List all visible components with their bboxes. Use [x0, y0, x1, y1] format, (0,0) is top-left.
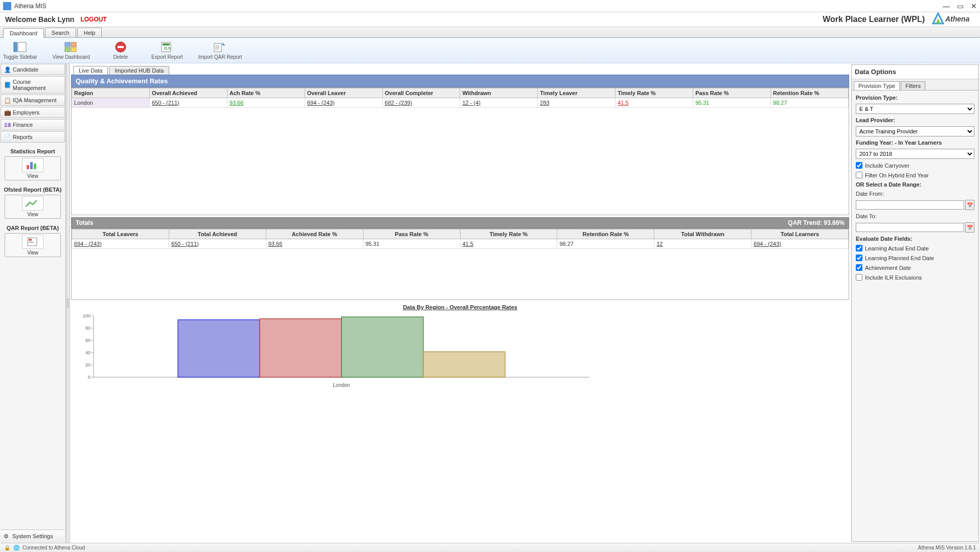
sidebar-item-employers[interactable]: 💼Employers [1, 107, 65, 118]
logout-link[interactable]: LOGOUT [80, 16, 106, 23]
svg-rect-6 [71, 42, 76, 47]
carryover-checkbox[interactable] [856, 162, 862, 169]
delete-button[interactable]: Delete [105, 41, 136, 60]
svg-rect-41 [423, 352, 505, 377]
globe-icon: 🌐 [13, 545, 19, 550]
date-from-picker-icon[interactable]: 📅 [965, 200, 974, 210]
money-icon: 💷 [4, 122, 10, 128]
window-title: Athena MIS [14, 3, 47, 10]
eval-actual-checkbox[interactable] [856, 245, 862, 251]
person-icon: 👤 [4, 66, 10, 73]
export-icon: XLS [160, 41, 174, 53]
cell-overall-leaver[interactable]: 694 - (243) [307, 100, 335, 106]
table-row[interactable]: 694 - (243) 650 - (211) 93.66 95.31 41.5… [72, 239, 849, 249]
cell-overall-completer[interactable]: 682 - (239) [385, 100, 413, 106]
svg-text:XLS: XLS [164, 47, 171, 50]
totals-table: Total Leavers Total Achieved Achieved Ra… [72, 229, 849, 249]
svg-rect-19 [30, 162, 33, 169]
sidebar-item-reports[interactable]: 📄Reports [1, 131, 65, 143]
svg-rect-40 [341, 317, 423, 377]
tab-help[interactable]: Help [77, 28, 102, 37]
eval-achievement-checkbox[interactable] [856, 264, 862, 271]
cell-retention-rate: 98.27 [773, 100, 787, 106]
close-icon[interactable]: ✕ [971, 2, 977, 10]
sidebar-item-iqa[interactable]: 📋IQA Management [1, 95, 65, 106]
sidebar-resize-handle[interactable] [66, 63, 70, 543]
ilr-checkbox[interactable] [856, 274, 862, 281]
subtab-imported-hub[interactable]: Imported HUB Data [109, 66, 169, 75]
chart-title: Data By Region - Overall Percentage Rate… [73, 304, 847, 310]
opt-tab-provision[interactable]: Provision Type [854, 81, 900, 90]
date-to-picker-icon[interactable]: 📅 [965, 222, 974, 233]
bar-chart-icon [22, 158, 43, 172]
cell-pass-rate: 95.31 [695, 100, 710, 106]
svg-text:60: 60 [85, 338, 90, 343]
svg-rect-5 [65, 42, 70, 47]
date-to-input[interactable] [856, 223, 964, 232]
view-dashboard-button[interactable]: View Dashboard [53, 41, 90, 60]
date-from-label: Date From: [856, 191, 974, 197]
gear-icon: ⚙ [4, 533, 10, 539]
maximize-icon[interactable]: ▭ [957, 2, 964, 10]
system-settings-button[interactable]: ⚙System Settings [1, 530, 65, 542]
sidebar-item-finance[interactable]: 💷Finance [1, 119, 65, 130]
statistics-report-button[interactable]: View [5, 156, 61, 180]
export-report-button[interactable]: XLS Export Report [151, 41, 183, 60]
svg-text:80: 80 [85, 326, 90, 331]
toggle-sidebar-button[interactable]: Toggle Sidebar [3, 41, 37, 60]
cell-ach-rate[interactable]: 93.66 [230, 100, 244, 106]
qar-report-button[interactable]: View [5, 233, 61, 257]
funding-year-select[interactable]: 2017 to 2018 [856, 149, 974, 159]
totals-heading: Totals [76, 219, 93, 226]
version-text: Athena MIS Version 1.6.1 [918, 545, 976, 550]
sidebar-item-course[interactable]: 📘Course Management [1, 76, 65, 94]
lead-provider-select[interactable]: Acme Training Provider [856, 126, 974, 136]
eval-planned-checkbox[interactable] [856, 255, 862, 261]
hybrid-checkbox[interactable] [856, 172, 862, 178]
provision-select[interactable]: E & T [856, 104, 974, 114]
line-chart-icon [22, 196, 43, 211]
lock-icon: 🔒 [4, 545, 10, 550]
svg-rect-12 [163, 43, 170, 45]
region-table: Region Overall Achieved Ach Rate % Overa… [72, 88, 849, 108]
cell-withdrawn[interactable]: 12 - (4) [462, 100, 480, 106]
statistics-report-title: Statistics Report [2, 148, 63, 154]
opt-tab-filters[interactable]: Filters [901, 81, 925, 90]
app-icon [3, 2, 11, 10]
svg-text:40: 40 [85, 350, 90, 355]
welcome-text: Welcome Back Lynn [5, 15, 74, 24]
qar-report-title: QAR Report (BETA) [2, 225, 63, 231]
course-icon: 📘 [4, 82, 10, 88]
fy-label: Funding Year: - In Year Learners [856, 140, 974, 146]
svg-marker-1 [936, 18, 940, 24]
cell-timely-leaver[interactable]: 283 [540, 100, 549, 106]
tab-dashboard[interactable]: Dashboard [3, 28, 44, 38]
sidebar-item-candidate[interactable]: 👤Candidate [1, 64, 65, 75]
or-range-label: OR Select a Date Range: [856, 181, 974, 188]
briefcase-icon: 💼 [4, 109, 10, 116]
date-from-input[interactable] [856, 200, 964, 210]
import-qar-button[interactable]: Import QAR Report [198, 41, 242, 60]
minimize-icon[interactable]: — [943, 2, 950, 10]
svg-rect-10 [118, 46, 124, 48]
svg-text:0: 0 [88, 375, 90, 380]
sidebar-icon [13, 41, 27, 53]
svg-text:Athena: Athena [945, 15, 970, 23]
bar-chart: 020406080100London [73, 313, 595, 540]
tab-search[interactable]: Search [45, 28, 76, 37]
doc-icon [22, 235, 43, 249]
cell-timely-rate[interactable]: 41.5 [618, 100, 628, 106]
lead-label: Lead Provider: [856, 117, 974, 123]
grid-icon [64, 41, 78, 53]
provision-label: Provision Type: [856, 95, 974, 101]
subtab-live-data[interactable]: Live Data [73, 66, 108, 75]
svg-rect-3 [14, 42, 17, 52]
athena-logo-icon: Athena [929, 11, 975, 28]
table-row[interactable]: London 650 - (211) 93.66 694 - (243) 682… [72, 98, 849, 108]
ofsted-report-button[interactable]: View [5, 195, 61, 219]
status-text: Connected to Athena Cloud [22, 545, 85, 550]
svg-rect-7 [65, 48, 70, 52]
cell-overall-achieved[interactable]: 650 - (211) [152, 100, 179, 106]
svg-rect-38 [178, 320, 260, 377]
svg-text:20: 20 [85, 362, 90, 367]
